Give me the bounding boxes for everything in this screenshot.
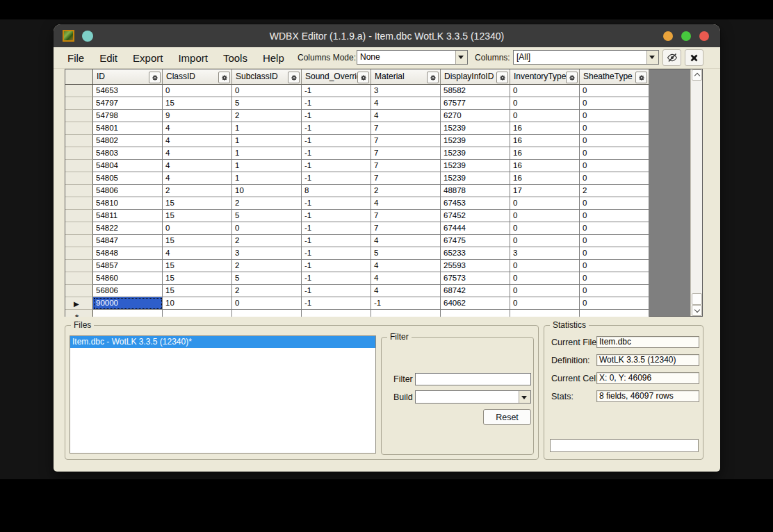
column-header-classid[interactable]: ClassID — [163, 69, 232, 85]
grid-cell[interactable]: 5 — [232, 210, 302, 222]
row-header[interactable] — [65, 247, 93, 260]
grid-cell[interactable]: 5 — [232, 272, 302, 285]
column-header-subclassid[interactable]: SubclassID — [232, 69, 302, 85]
grid-cell[interactable]: 4 — [163, 172, 232, 185]
grid-cell[interactable]: 2 — [232, 260, 302, 272]
grid-cell[interactable]: 0 — [580, 210, 649, 222]
grid-cell[interactable]: 7 — [371, 122, 441, 135]
menu-help[interactable]: Help — [255, 52, 292, 64]
grid-cell[interactable]: 0 — [580, 135, 649, 147]
grid-cell[interactable]: 0 — [510, 110, 580, 122]
grid-cell[interactable]: 15 — [163, 97, 232, 110]
grid-cell[interactable]: -1 — [302, 85, 371, 97]
grid-cell[interactable]: 0 — [580, 235, 649, 247]
grid-cell[interactable]: 64062 — [441, 297, 510, 310]
reset-button[interactable]: Reset — [483, 409, 531, 425]
grid-cell[interactable]: -1 — [302, 147, 371, 160]
grid-cell[interactable]: 54822 — [93, 222, 163, 235]
grid-cell[interactable]: 67452 — [441, 210, 510, 222]
grid-cell[interactable]: 67453 — [441, 197, 510, 210]
grid-cell[interactable]: 1 — [232, 135, 302, 147]
grid-cell[interactable]: 4 — [371, 285, 441, 297]
column-header-id[interactable]: ID — [93, 69, 163, 85]
menu-edit[interactable]: Edit — [92, 52, 125, 64]
column-header-displayinfoid[interactable]: DisplayInfoID — [441, 69, 510, 85]
grid-cell[interactable]: 4 — [371, 97, 441, 110]
grid-cell[interactable]: 15 — [163, 260, 232, 272]
columns-dropdown-button[interactable] — [646, 51, 658, 64]
grid-cell[interactable]: 0 — [580, 122, 649, 135]
column-header-sheathetype[interactable]: SheatheType — [580, 69, 649, 85]
grid-cell[interactable]: 54805 — [93, 172, 163, 185]
row-header[interactable] — [65, 285, 93, 297]
grid-cell[interactable]: 1 — [232, 122, 302, 135]
grid-cell[interactable]: 2 — [232, 110, 302, 122]
grid-cell[interactable]: 25593 — [441, 260, 510, 272]
grid-cell[interactable]: 54806 — [93, 185, 163, 197]
grid-cell[interactable]: 7 — [371, 222, 441, 235]
grid-cell[interactable]: 0 — [580, 247, 649, 260]
grid-cell[interactable]: 0 — [510, 260, 580, 272]
file-list-item[interactable]: Item.dbc - WotLK 3.3.5 (12340)* — [70, 336, 375, 348]
minimize-button[interactable] — [663, 31, 673, 41]
grid-cell[interactable]: 16 — [510, 172, 580, 185]
column-header-inventorytype[interactable]: InventoryType — [510, 69, 580, 85]
grid-cell[interactable]: 0 — [580, 110, 649, 122]
grid-cell[interactable]: 2 — [232, 235, 302, 247]
grid-cell[interactable]: 54811 — [93, 210, 163, 222]
grid-cell[interactable]: -1 — [371, 297, 441, 310]
column-settings-button[interactable] — [218, 72, 230, 83]
grid-cell[interactable]: 2 — [580, 185, 649, 197]
grid-cell[interactable]: 67573 — [441, 272, 510, 285]
row-header[interactable]: ▶ — [65, 297, 93, 310]
grid-cell[interactable]: 0 — [510, 285, 580, 297]
grid-cell[interactable]: 54804 — [93, 160, 163, 172]
grid-cell[interactable]: 4 — [371, 260, 441, 272]
grid-cell[interactable]: 9 — [163, 110, 232, 122]
grid-cell[interactable]: 7 — [371, 147, 441, 160]
grid-cell[interactable]: 4 — [163, 247, 232, 260]
grid-cell[interactable]: 10 — [232, 185, 302, 197]
grid-cell[interactable]: 54857 — [93, 260, 163, 272]
grid-cell[interactable]: 0 — [580, 85, 649, 97]
grid-cell[interactable]: 0 — [580, 297, 649, 310]
grid-cell[interactable]: -1 — [302, 122, 371, 135]
grid-cell[interactable]: 2 — [232, 197, 302, 210]
grid-cell[interactable]: 0 — [510, 235, 580, 247]
row-header[interactable] — [65, 135, 93, 147]
grid-cell[interactable]: 2 — [232, 285, 302, 297]
grid-cell[interactable]: -1 — [302, 297, 371, 310]
grid-cell[interactable]: 1 — [232, 172, 302, 185]
grid-cell[interactable] — [232, 310, 302, 317]
grid-cell[interactable]: 0 — [510, 85, 580, 97]
grid-cell[interactable]: 54653 — [93, 85, 163, 97]
grid-cell[interactable]: 15 — [163, 285, 232, 297]
column-settings-button[interactable] — [288, 72, 300, 83]
grid-cell[interactable]: 0 — [580, 97, 649, 110]
hide-columns-button[interactable] — [662, 49, 681, 66]
grid-cell[interactable]: 8 — [302, 185, 371, 197]
grid-cell[interactable]: 56806 — [93, 285, 163, 297]
scroll-up-button[interactable] — [692, 69, 702, 81]
grid-cell[interactable]: 15 — [163, 235, 232, 247]
grid-cell[interactable]: 15239 — [441, 122, 510, 135]
grid-cell[interactable]: 4 — [163, 147, 232, 160]
grid-cell[interactable]: 0 — [580, 285, 649, 297]
grid-cell[interactable]: 7 — [371, 172, 441, 185]
grid-cell[interactable]: 7 — [371, 160, 441, 172]
grid-cell[interactable]: 0 — [580, 272, 649, 285]
grid-cell[interactable]: 16 — [510, 122, 580, 135]
grid-cell[interactable]: 58582 — [441, 85, 510, 97]
column-header-sound_override[interactable]: Sound_Override — [302, 69, 371, 85]
grid-cell[interactable]: -1 — [302, 135, 371, 147]
grid-cell[interactable]: 4 — [163, 122, 232, 135]
grid-cell[interactable]: 7 — [371, 135, 441, 147]
grid-cell[interactable]: 16 — [510, 135, 580, 147]
grid-cell[interactable]: 0 — [580, 222, 649, 235]
row-header[interactable] — [65, 235, 93, 247]
grid-cell[interactable]: 1 — [232, 160, 302, 172]
grid-cell[interactable]: 0 — [510, 197, 580, 210]
grid-cell[interactable]: 7 — [371, 210, 441, 222]
grid-cell[interactable]: -1 — [302, 272, 371, 285]
grid-cell[interactable]: 0 — [580, 160, 649, 172]
